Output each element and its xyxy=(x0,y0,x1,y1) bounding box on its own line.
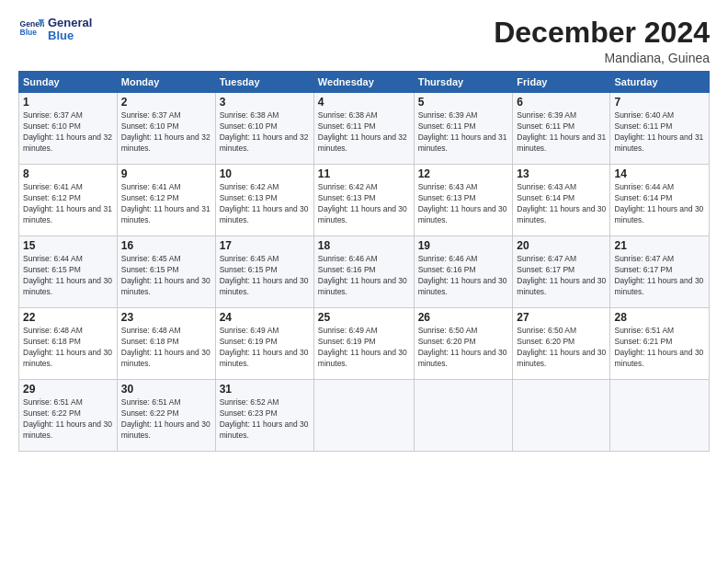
day-cell: 25Sunrise: 6:49 AMSunset: 6:19 PMDayligh… xyxy=(313,308,414,380)
logo: General Blue General Blue xyxy=(18,17,92,43)
day-cell: 20Sunrise: 6:47 AMSunset: 6:17 PMDayligh… xyxy=(513,236,610,308)
day-info: Sunrise: 6:52 AMSunset: 6:23 PMDaylight:… xyxy=(220,397,310,442)
day-number: 19 xyxy=(418,239,509,252)
day-cell: 21Sunrise: 6:47 AMSunset: 6:17 PMDayligh… xyxy=(610,236,710,308)
day-cell: 8Sunrise: 6:41 AMSunset: 6:12 PMDaylight… xyxy=(19,165,118,236)
day-number: 7 xyxy=(614,96,705,109)
day-cell: 22Sunrise: 6:48 AMSunset: 6:18 PMDayligh… xyxy=(19,308,118,380)
day-number: 20 xyxy=(517,239,606,252)
day-number: 3 xyxy=(220,96,310,109)
header-saturday: Saturday xyxy=(610,72,710,93)
title-block: December 2024 Mandiana, Guinea xyxy=(494,17,710,65)
day-cell: 15Sunrise: 6:44 AMSunset: 6:15 PMDayligh… xyxy=(19,236,118,308)
day-cell: 24Sunrise: 6:49 AMSunset: 6:19 PMDayligh… xyxy=(215,308,313,380)
svg-text:Blue: Blue xyxy=(20,29,38,38)
logo-blue: Blue xyxy=(48,29,92,42)
logo-icon: General Blue xyxy=(18,17,44,42)
week-row-4: 22Sunrise: 6:48 AMSunset: 6:18 PMDayligh… xyxy=(19,308,710,380)
header-monday: Monday xyxy=(117,72,215,93)
day-number: 5 xyxy=(418,96,509,109)
day-cell: 4Sunrise: 6:38 AMSunset: 6:11 PMDaylight… xyxy=(313,93,414,165)
day-info: Sunrise: 6:51 AMSunset: 6:22 PMDaylight:… xyxy=(23,397,113,442)
day-number: 17 xyxy=(220,239,310,252)
day-info: Sunrise: 6:41 AMSunset: 6:12 PMDaylight:… xyxy=(23,182,113,226)
day-number: 12 xyxy=(418,167,509,180)
day-info: Sunrise: 6:48 AMSunset: 6:18 PMDaylight:… xyxy=(121,326,211,370)
week-row-2: 8Sunrise: 6:41 AMSunset: 6:12 PMDaylight… xyxy=(19,165,710,236)
day-info: Sunrise: 6:39 AMSunset: 6:11 PMDaylight:… xyxy=(418,110,509,155)
day-number: 21 xyxy=(614,239,705,252)
day-number: 29 xyxy=(23,383,113,396)
day-cell: 2Sunrise: 6:37 AMSunset: 6:10 PMDaylight… xyxy=(117,93,215,165)
day-info: Sunrise: 6:44 AMSunset: 6:14 PMDaylight:… xyxy=(614,182,705,226)
day-cell: 30Sunrise: 6:51 AMSunset: 6:22 PMDayligh… xyxy=(117,380,215,452)
day-cell: 5Sunrise: 6:39 AMSunset: 6:11 PMDaylight… xyxy=(414,93,513,165)
day-cell xyxy=(414,380,513,452)
day-info: Sunrise: 6:50 AMSunset: 6:20 PMDaylight:… xyxy=(418,326,509,370)
header-friday: Friday xyxy=(513,72,610,93)
day-info: Sunrise: 6:42 AMSunset: 6:13 PMDaylight:… xyxy=(318,182,410,226)
day-info: Sunrise: 6:49 AMSunset: 6:19 PMDaylight:… xyxy=(220,326,310,370)
day-info: Sunrise: 6:51 AMSunset: 6:21 PMDaylight:… xyxy=(614,326,705,370)
header-row: SundayMondayTuesdayWednesdayThursdayFrid… xyxy=(19,72,710,93)
day-info: Sunrise: 6:46 AMSunset: 6:16 PMDaylight:… xyxy=(418,254,509,298)
day-number: 15 xyxy=(23,239,113,252)
day-cell: 17Sunrise: 6:45 AMSunset: 6:15 PMDayligh… xyxy=(215,236,313,308)
day-number: 10 xyxy=(220,167,310,180)
day-cell: 9Sunrise: 6:41 AMSunset: 6:12 PMDaylight… xyxy=(117,165,215,236)
day-info: Sunrise: 6:37 AMSunset: 6:10 PMDaylight:… xyxy=(23,110,113,155)
day-info: Sunrise: 6:40 AMSunset: 6:11 PMDaylight:… xyxy=(614,110,705,155)
week-row-5: 29Sunrise: 6:51 AMSunset: 6:22 PMDayligh… xyxy=(19,380,710,452)
day-number: 1 xyxy=(23,96,113,109)
day-cell: 31Sunrise: 6:52 AMSunset: 6:23 PMDayligh… xyxy=(215,380,313,452)
month-title: December 2024 xyxy=(494,17,710,49)
day-cell: 23Sunrise: 6:48 AMSunset: 6:18 PMDayligh… xyxy=(117,308,215,380)
day-info: Sunrise: 6:45 AMSunset: 6:15 PMDaylight:… xyxy=(121,254,211,298)
header-wednesday: Wednesday xyxy=(313,72,414,93)
day-number: 28 xyxy=(614,311,705,324)
week-row-3: 15Sunrise: 6:44 AMSunset: 6:15 PMDayligh… xyxy=(19,236,710,308)
day-number: 11 xyxy=(318,167,410,180)
day-number: 18 xyxy=(318,239,410,252)
header-sunday: Sunday xyxy=(19,72,118,93)
day-number: 16 xyxy=(121,239,211,252)
day-number: 25 xyxy=(318,311,410,324)
day-cell: 14Sunrise: 6:44 AMSunset: 6:14 PMDayligh… xyxy=(610,165,710,236)
day-cell: 19Sunrise: 6:46 AMSunset: 6:16 PMDayligh… xyxy=(414,236,513,308)
day-info: Sunrise: 6:43 AMSunset: 6:13 PMDaylight:… xyxy=(418,182,509,226)
day-cell: 18Sunrise: 6:46 AMSunset: 6:16 PMDayligh… xyxy=(313,236,414,308)
day-info: Sunrise: 6:50 AMSunset: 6:20 PMDaylight:… xyxy=(517,326,606,370)
header-thursday: Thursday xyxy=(414,72,513,93)
header: General Blue General Blue December 2024 … xyxy=(18,17,710,65)
day-info: Sunrise: 6:51 AMSunset: 6:22 PMDaylight:… xyxy=(121,397,211,442)
day-cell: 3Sunrise: 6:38 AMSunset: 6:10 PMDaylight… xyxy=(215,93,313,165)
day-number: 2 xyxy=(121,96,211,109)
day-number: 24 xyxy=(220,311,310,324)
day-number: 9 xyxy=(121,167,211,180)
day-info: Sunrise: 6:46 AMSunset: 6:16 PMDaylight:… xyxy=(318,254,410,298)
day-number: 4 xyxy=(318,96,410,109)
day-cell: 16Sunrise: 6:45 AMSunset: 6:15 PMDayligh… xyxy=(117,236,215,308)
day-info: Sunrise: 6:49 AMSunset: 6:19 PMDaylight:… xyxy=(318,326,410,370)
day-info: Sunrise: 6:38 AMSunset: 6:11 PMDaylight:… xyxy=(318,110,410,155)
day-info: Sunrise: 6:47 AMSunset: 6:17 PMDaylight:… xyxy=(614,254,705,298)
day-cell: 10Sunrise: 6:42 AMSunset: 6:13 PMDayligh… xyxy=(215,165,313,236)
day-info: Sunrise: 6:38 AMSunset: 6:10 PMDaylight:… xyxy=(220,110,310,155)
day-cell: 28Sunrise: 6:51 AMSunset: 6:21 PMDayligh… xyxy=(610,308,710,380)
day-info: Sunrise: 6:39 AMSunset: 6:11 PMDaylight:… xyxy=(517,110,606,155)
day-info: Sunrise: 6:44 AMSunset: 6:15 PMDaylight:… xyxy=(23,254,113,298)
day-number: 14 xyxy=(614,167,705,180)
day-cell: 7Sunrise: 6:40 AMSunset: 6:11 PMDaylight… xyxy=(610,93,710,165)
header-tuesday: Tuesday xyxy=(215,72,313,93)
day-number: 26 xyxy=(418,311,509,324)
location-subtitle: Mandiana, Guinea xyxy=(494,51,710,65)
day-info: Sunrise: 6:37 AMSunset: 6:10 PMDaylight:… xyxy=(121,110,211,155)
day-cell: 13Sunrise: 6:43 AMSunset: 6:14 PMDayligh… xyxy=(513,165,610,236)
day-cell xyxy=(610,380,710,452)
day-info: Sunrise: 6:42 AMSunset: 6:13 PMDaylight:… xyxy=(220,182,310,226)
day-cell xyxy=(513,380,610,452)
day-number: 13 xyxy=(517,167,606,180)
day-info: Sunrise: 6:48 AMSunset: 6:18 PMDaylight:… xyxy=(23,326,113,370)
day-info: Sunrise: 6:41 AMSunset: 6:12 PMDaylight:… xyxy=(121,182,211,226)
day-number: 23 xyxy=(121,311,211,324)
